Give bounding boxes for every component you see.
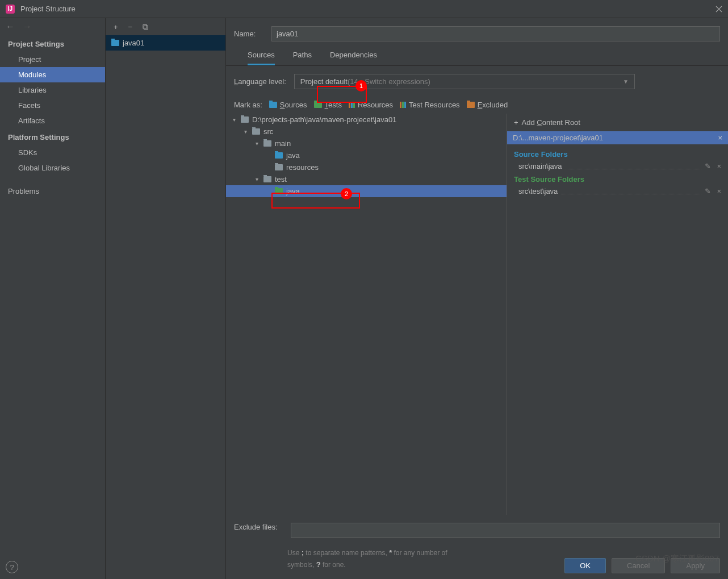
mark-resources-button[interactable]: Resources: [349, 101, 393, 109]
chevron-icon: ▾: [242, 128, 249, 135]
folder-icon: [314, 102, 322, 108]
folder-icon: [111, 40, 119, 46]
main-panel: Name: Sources Paths Dependencies LLangua…: [226, 18, 728, 579]
resources-icon: [349, 102, 355, 108]
plus-icon: +: [514, 118, 518, 127]
folder-icon: [275, 188, 283, 194]
folder-icon: [467, 102, 475, 108]
tree-node[interactable]: ▾main: [226, 138, 507, 149]
mark-tests-button[interactable]: Tests: [314, 101, 342, 109]
folder-icon: [263, 140, 271, 147]
folder-icon: [275, 152, 283, 159]
nav-history: ← →: [0, 18, 105, 35]
folder-icon: [263, 176, 271, 182]
tree-node[interactable]: java: [226, 185, 507, 197]
chevron-icon: ▾: [231, 116, 237, 123]
source-folders-header: Source Folders: [514, 150, 721, 159]
module-toolbar: + − ⧉: [106, 18, 225, 35]
sidebar-item-project[interactable]: Project: [0, 52, 105, 67]
exclude-files-label: Exclude files:: [234, 523, 285, 531]
app-logo-icon: IJ: [6, 5, 15, 14]
tree-node-label: main: [275, 139, 291, 148]
section-platform-settings: Platform Settings: [0, 128, 105, 145]
titlebar: IJ Project Structure: [0, 0, 728, 18]
content-roots: + Add Content Root D:\...maven-projecet\…: [507, 114, 728, 515]
help-icon[interactable]: ?: [6, 561, 18, 573]
sidebar-item-global-libraries[interactable]: Global Libraries: [0, 160, 105, 176]
sidebar-item-facets[interactable]: Facets: [0, 98, 105, 113]
back-icon[interactable]: ←: [6, 22, 15, 32]
watermark: CSDN @寒江孤影007: [635, 553, 719, 564]
chevron-icon: ▾: [253, 176, 260, 182]
tab-paths[interactable]: Paths: [293, 51, 312, 65]
mark-excluded-button[interactable]: Excluded: [467, 101, 508, 109]
language-level-label: LLanguage level:anguage level:: [234, 77, 286, 86]
name-input[interactable]: [271, 26, 720, 41]
tree-node[interactable]: ▾test: [226, 173, 507, 185]
tree-node[interactable]: java: [226, 149, 507, 161]
edit-icon[interactable]: ✎: [705, 162, 711, 170]
tree-node[interactable]: ▾D:\projects-path\java\maven-projecet\ja…: [226, 114, 507, 126]
sidebar-item-artifacts[interactable]: Artifacts: [0, 113, 105, 128]
tree-node-label: resources: [286, 163, 319, 172]
sidebar-item-modules[interactable]: Modules: [0, 67, 105, 82]
close-icon[interactable]: ×: [717, 162, 721, 170]
content-root-path[interactable]: D:\...maven-projecet\java01 ×: [507, 131, 728, 144]
add-module-icon[interactable]: +: [114, 23, 118, 31]
add-content-root-button[interactable]: + Add Content Root: [507, 114, 728, 131]
forward-icon: →: [23, 22, 32, 32]
exclude-files-input[interactable]: [291, 523, 720, 538]
tree-node-label: src: [263, 127, 273, 136]
sidebar-item-libraries[interactable]: Libraries: [0, 82, 105, 98]
mark-sources-button[interactable]: Sources: [269, 101, 307, 109]
copy-module-icon[interactable]: ⧉: [143, 22, 148, 32]
module-list: + − ⧉ java01: [106, 18, 226, 579]
tree-node-label: java: [286, 151, 300, 160]
sidebar-item-problems[interactable]: Problems: [0, 184, 105, 199]
resources-icon: [400, 102, 406, 108]
close-icon[interactable]: [716, 6, 722, 13]
chevron-down-icon: ▼: [623, 78, 629, 85]
close-icon[interactable]: ×: [718, 134, 722, 142]
language-level-value: Project default: [300, 77, 348, 86]
name-label: Name:: [234, 30, 263, 38]
test-source-folders-header: Test Source Folders: [514, 175, 721, 184]
sidebar: ← → Project Settings Project Modules Lib…: [0, 18, 106, 579]
edit-icon[interactable]: ✎: [705, 187, 711, 195]
folder-icon: [275, 164, 283, 170]
tree-node[interactable]: ▾src: [226, 126, 507, 138]
window-title: Project Structure: [20, 5, 716, 13]
tree-node-label: D:\projects-path\java\maven-projecet\jav…: [252, 115, 396, 124]
chevron-icon: ▾: [253, 140, 260, 147]
section-project-settings: Project Settings: [0, 35, 105, 52]
mark-test-resources-button[interactable]: Test Resources: [400, 101, 460, 109]
tree-node-label: test: [275, 175, 287, 184]
tab-sources[interactable]: Sources: [248, 51, 275, 65]
folder-icon: [269, 102, 277, 108]
tree-node[interactable]: resources: [226, 161, 507, 173]
source-folder-item[interactable]: src\main\java ✎ ×: [514, 161, 721, 175]
test-source-folder-item[interactable]: src\test\java ✎ ×: [514, 186, 721, 200]
tree-node-label: java: [286, 187, 300, 195]
mark-as-label: Mark as:: [234, 101, 262, 109]
module-item-java01[interactable]: java01: [106, 35, 225, 51]
folder-icon: [241, 116, 249, 123]
folder-icon: [252, 128, 260, 135]
mark-as-row: Mark as: Sources Tests Resources Test Re…: [226, 89, 728, 114]
remove-module-icon[interactable]: −: [128, 23, 133, 31]
tabs: Sources Paths Dependencies: [226, 41, 728, 66]
language-level-select[interactable]: Project default (14 - Switch expressions…: [294, 74, 635, 89]
module-item-label: java01: [123, 39, 144, 47]
tab-dependencies[interactable]: Dependencies: [330, 51, 377, 65]
source-tree: ▾D:\projects-path\java\maven-projecet\ja…: [226, 114, 507, 515]
close-icon[interactable]: ×: [717, 187, 721, 195]
sidebar-item-sdks[interactable]: SDKs: [0, 145, 105, 160]
language-level-hint: (14 - Switch expressions): [348, 77, 430, 86]
ok-button[interactable]: OK: [564, 558, 606, 573]
